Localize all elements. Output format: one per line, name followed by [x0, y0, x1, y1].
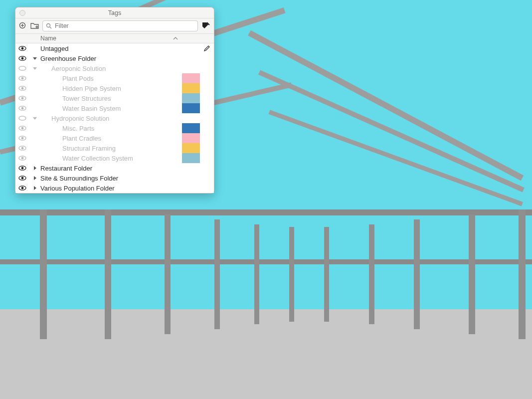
column-header-row: Name — [15, 33, 214, 43]
svg-point-30 — [21, 167, 24, 170]
svg-point-19 — [21, 107, 24, 110]
visibility-toggle[interactable] — [15, 45, 29, 51]
expand-toggle[interactable] — [29, 186, 40, 191]
svg-point-17 — [21, 97, 24, 100]
color-swatch[interactable] — [182, 73, 200, 83]
sort-ascending-icon — [173, 36, 178, 41]
name-column-header[interactable]: Name — [40, 35, 182, 42]
add-tag-button[interactable] — [18, 21, 27, 30]
add-folder-button[interactable] — [30, 21, 39, 30]
tag-row[interactable]: Misc. Parts — [15, 123, 214, 133]
tag-row[interactable]: Greenhouse Folder — [15, 53, 214, 63]
color-swatch[interactable] — [182, 83, 200, 93]
svg-line-6 — [50, 27, 51, 28]
svg-point-32 — [21, 177, 24, 180]
svg-point-22 — [21, 127, 24, 130]
search-icon — [46, 23, 52, 29]
tag-label: Structural Framing — [40, 145, 116, 152]
color-swatch — [182, 43, 200, 53]
tag-row[interactable]: Various Population Folder — [15, 183, 214, 193]
svg-point-15 — [21, 87, 24, 90]
tag-label: Hidden Pipe System — [40, 85, 121, 92]
tag-row[interactable]: Site & Surroundings Folder — [15, 173, 214, 183]
svg-point-11 — [19, 66, 26, 70]
visibility-toggle[interactable] — [15, 145, 29, 151]
tag-label: Restaurant Folder — [40, 165, 92, 172]
visibility-toggle[interactable] — [15, 65, 29, 71]
search-field[interactable] — [42, 20, 198, 31]
panel-title: Tags — [108, 9, 121, 16]
color-swatch — [182, 183, 200, 193]
svg-point-34 — [21, 187, 24, 190]
tag-row[interactable]: Aeroponic Solution — [15, 63, 214, 73]
close-icon[interactable] — [19, 10, 25, 16]
visibility-toggle[interactable] — [15, 115, 29, 121]
tag-row[interactable]: Hidden Pipe System — [15, 83, 214, 93]
tag-label: Hydroponic Solution — [40, 115, 109, 122]
tag-row[interactable]: Hydroponic Solution — [15, 113, 214, 123]
svg-point-28 — [21, 157, 24, 160]
edit-button[interactable] — [200, 45, 214, 52]
tag-row[interactable]: Untagged — [15, 43, 214, 53]
tag-label: Various Population Folder — [40, 185, 115, 192]
expand-toggle[interactable] — [29, 56, 40, 61]
svg-point-26 — [21, 147, 24, 150]
color-swatch[interactable] — [182, 133, 200, 143]
tag-label: Plant Pods — [40, 75, 94, 82]
tag-label: Water Basin System — [40, 105, 121, 112]
color-swatch — [182, 113, 200, 123]
tag-row[interactable]: Restaurant Folder — [15, 163, 214, 173]
visibility-toggle[interactable] — [15, 175, 29, 181]
tags-panel: Tags Name — [15, 7, 214, 194]
expand-toggle[interactable] — [29, 176, 40, 181]
svg-point-13 — [21, 77, 24, 80]
svg-point-10 — [21, 57, 24, 60]
visibility-toggle[interactable] — [15, 85, 29, 91]
color-swatch[interactable] — [182, 103, 200, 113]
tag-label: Water Collection System — [40, 155, 133, 162]
tag-label: Tower Structures — [40, 95, 111, 102]
color-swatch — [182, 173, 200, 183]
tag-row[interactable]: Water Basin System — [15, 103, 214, 113]
svg-point-20 — [19, 116, 26, 120]
visibility-toggle[interactable] — [15, 185, 29, 191]
color-swatch[interactable] — [182, 143, 200, 153]
visibility-toggle[interactable] — [15, 55, 29, 61]
color-swatch[interactable] — [182, 93, 200, 103]
svg-point-24 — [21, 137, 24, 140]
details-button[interactable] — [201, 21, 211, 31]
expand-toggle[interactable] — [29, 166, 40, 171]
search-input[interactable] — [55, 22, 194, 29]
expand-toggle[interactable] — [29, 116, 40, 121]
color-swatch[interactable] — [182, 123, 200, 133]
tag-row[interactable]: Tower Structures — [15, 93, 214, 103]
tag-row[interactable]: Structural Framing — [15, 143, 214, 153]
visibility-toggle[interactable] — [15, 75, 29, 81]
svg-point-5 — [47, 24, 50, 27]
visibility-toggle[interactable] — [15, 125, 29, 131]
tag-label: Greenhouse Folder — [40, 55, 96, 62]
visibility-toggle[interactable] — [15, 155, 29, 161]
tag-list: UntaggedGreenhouse FolderAeroponic Solut… — [15, 43, 214, 193]
panel-titlebar[interactable]: Tags — [15, 7, 214, 18]
color-swatch — [182, 163, 200, 173]
tag-label: Untagged — [40, 45, 68, 52]
tag-row[interactable]: Plant Pods — [15, 73, 214, 83]
tag-row[interactable]: Plant Cradles — [15, 133, 214, 143]
visibility-toggle[interactable] — [15, 95, 29, 101]
color-swatch — [182, 53, 200, 63]
visibility-toggle[interactable] — [15, 165, 29, 171]
visibility-toggle[interactable] — [15, 105, 29, 111]
tag-row[interactable]: Water Collection System — [15, 153, 214, 163]
tag-label: Plant Cradles — [40, 135, 101, 142]
expand-toggle[interactable] — [29, 66, 40, 71]
tag-label: Site & Surroundings Folder — [40, 175, 118, 182]
color-swatch[interactable] — [182, 153, 200, 163]
panel-toolbar — [15, 18, 214, 33]
tag-label: Aeroponic Solution — [40, 65, 106, 72]
tag-label: Misc. Parts — [40, 125, 94, 132]
visibility-toggle[interactable] — [15, 135, 29, 141]
svg-point-8 — [21, 47, 24, 50]
color-swatch — [182, 63, 200, 73]
